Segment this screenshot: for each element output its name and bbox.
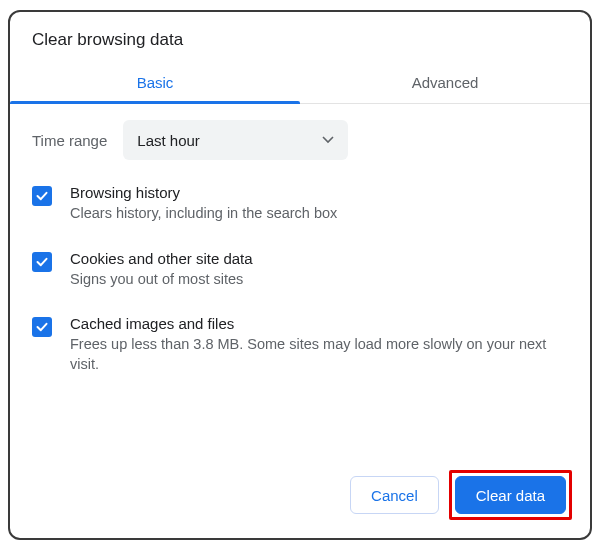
option-description: Frees up less than 3.8 MB. Some sites ma… <box>70 335 568 374</box>
tab-basic[interactable]: Basic <box>10 62 300 103</box>
cancel-button[interactable]: Cancel <box>350 476 439 514</box>
check-icon <box>35 320 49 334</box>
option-texts: Cookies and other site data Signs you ou… <box>70 250 253 290</box>
option-texts: Cached images and files Frees up less th… <box>70 315 568 374</box>
tab-bar: Basic Advanced <box>10 62 590 104</box>
checkbox-cookies[interactable] <box>32 252 52 272</box>
option-description: Signs you out of most sites <box>70 270 253 290</box>
clear-data-button[interactable]: Clear data <box>455 476 566 514</box>
check-icon <box>35 255 49 269</box>
option-title: Cookies and other site data <box>70 250 253 267</box>
dialog-title: Clear browsing data <box>32 30 568 50</box>
option-browsing-history: Browsing history Clears history, includi… <box>32 184 568 224</box>
time-range-row: Time range Last hour <box>32 120 568 160</box>
option-description: Clears history, including in the search … <box>70 204 337 224</box>
dialog-header: Clear browsing data <box>10 12 590 60</box>
dialog-frame: Clear browsing data Basic Advanced Time … <box>8 10 592 540</box>
dialog-body: Time range Last hour Browsing history Cl… <box>10 104 590 456</box>
time-range-label: Time range <box>32 132 107 149</box>
option-title: Browsing history <box>70 184 337 201</box>
clear-data-highlight: Clear data <box>449 470 572 520</box>
time-range-select[interactable]: Last hour <box>123 120 348 160</box>
option-cached: Cached images and files Frees up less th… <box>32 315 568 374</box>
dialog-footer: Cancel Clear data <box>10 456 590 538</box>
tab-advanced[interactable]: Advanced <box>300 62 590 103</box>
clear-browsing-data-dialog: Clear browsing data Basic Advanced Time … <box>0 0 600 550</box>
option-title: Cached images and files <box>70 315 568 332</box>
option-cookies: Cookies and other site data Signs you ou… <box>32 250 568 290</box>
option-texts: Browsing history Clears history, includi… <box>70 184 337 224</box>
chevron-down-icon <box>322 136 334 144</box>
check-icon <box>35 189 49 203</box>
time-range-value: Last hour <box>137 132 200 149</box>
checkbox-cached[interactable] <box>32 317 52 337</box>
checkbox-browsing-history[interactable] <box>32 186 52 206</box>
